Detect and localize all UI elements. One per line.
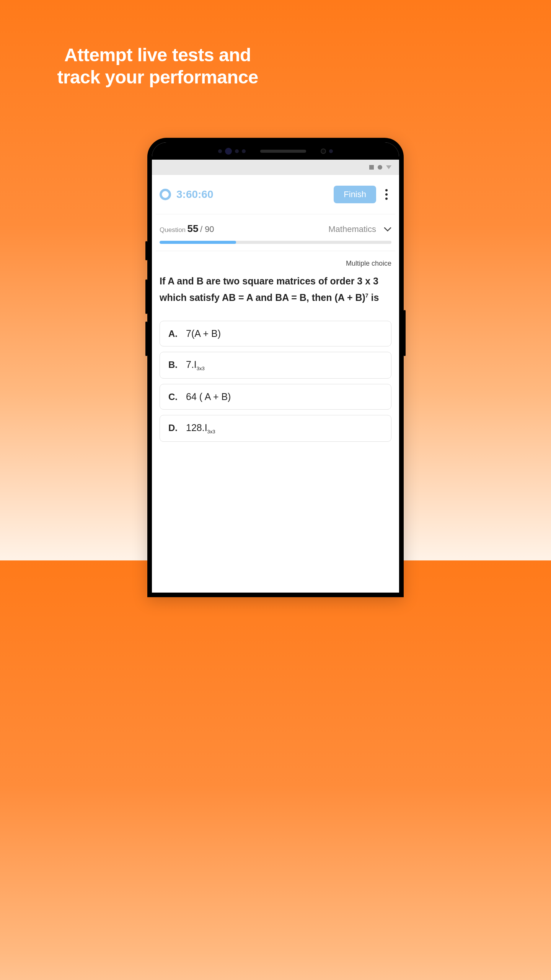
choices-list: A.7(A + B)B.7.I3x3C.64 ( A + B)D.128.I3x… (160, 321, 315, 442)
question-card: Multiple choice If A and B are two squar… (152, 251, 315, 459)
phone-notch (152, 142, 315, 160)
progress-header: Question 55 / 90 Mathematics (160, 223, 315, 235)
speaker-icon (260, 150, 306, 153)
question-separator: / (200, 224, 202, 234)
phone-side-button (145, 241, 147, 260)
phone-side-button (145, 279, 147, 314)
choice-text: 7.I3x3 (186, 359, 205, 371)
choice-letter: B. (168, 359, 178, 370)
question-text: If A and B are two square matrices of or… (160, 273, 315, 305)
notch-dot-icon (235, 149, 239, 153)
notch-dot-icon (218, 149, 222, 153)
notch-moon-icon (225, 148, 232, 155)
choice-letter: A. (168, 328, 178, 339)
choice-text: 64 ( A + B) (186, 391, 231, 402)
phone-screen: 3:60:60 Finish Question 55 / 90 Mathemat… (152, 142, 315, 560)
app-header: 3:60:60 Finish (152, 175, 315, 214)
hero-title: Attempt live tests and track your perfor… (57, 44, 258, 88)
choice-letter: D. (168, 423, 178, 433)
timer-circle-icon (160, 189, 171, 200)
status-bar (152, 160, 315, 175)
question-counter: Question 55 / 90 (160, 223, 214, 235)
choice-text: 128.I3x3 (186, 422, 215, 434)
question-label: Question (160, 226, 186, 234)
choice-option[interactable]: B.7.I3x3 (160, 352, 315, 379)
notch-dot-icon (242, 149, 246, 153)
choice-text: 7(A + B) (186, 328, 221, 339)
choice-option[interactable]: C.64 ( A + B) (160, 384, 315, 410)
phone-frame: 3:60:60 Finish Question 55 / 90 Mathemat… (147, 138, 315, 560)
hero-line-1: Attempt live tests and (64, 45, 251, 65)
phone-side-button (145, 322, 147, 356)
question-type-label: Multiple choice (160, 260, 315, 268)
hero-line-2: track your performance (57, 67, 258, 87)
choice-option[interactable]: A.7(A + B) (160, 321, 315, 346)
progress-fill (160, 241, 236, 244)
timer-text: 3:60:60 (176, 188, 315, 201)
question-total: 90 (205, 224, 214, 234)
question-current: 55 (187, 223, 199, 234)
progress-section: Question 55 / 90 Mathematics (152, 214, 315, 251)
choice-letter: C. (168, 392, 178, 402)
choice-option[interactable]: D.128.I3x3 (160, 415, 315, 442)
progress-bar (160, 241, 315, 244)
